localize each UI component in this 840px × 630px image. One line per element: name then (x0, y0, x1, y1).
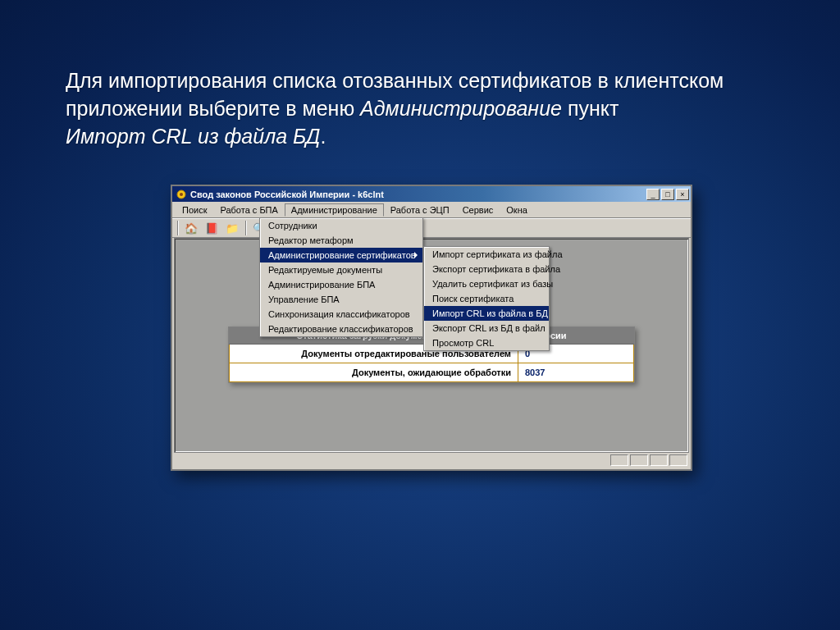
dd-item-cert-admin[interactable]: Администрирование сертификатов (260, 248, 422, 262)
menubar: Поиск Работа с БПА Администрирование Раб… (172, 202, 691, 218)
menu-item-emphasis: Импорт CRL из файла БД (66, 125, 320, 148)
stats-row2-label: Документы, ожидающие обработки (230, 363, 518, 381)
dd-label: Администрирование сертификатов (268, 250, 416, 260)
dd-label: Импорт CRL из файла в БД (432, 308, 548, 318)
dd-item-export-cert[interactable]: Экспорт сертификата в файла (424, 262, 549, 276)
window-controls: _ □ × (646, 189, 689, 200)
toolbar: 🏠 📕 📁 🔍 (172, 218, 691, 238)
dd-item-employees[interactable]: Сотрудники (260, 218, 422, 233)
dd-label: Редактор метаформ (268, 235, 354, 245)
window-title: Свод законов Российской Империи - k6clnt (190, 189, 646, 199)
stats-row-2: Документы, ожидающие обработки 8037 (229, 363, 634, 382)
dd-label: Администрирование БПА (268, 280, 375, 290)
close-button[interactable]: × (676, 189, 689, 200)
toolbar-separator (177, 221, 178, 235)
dd-label: Экспорт CRL из БД в файл (432, 323, 546, 333)
dd-label: Импорт сертификата из файла (432, 249, 563, 259)
dd-item-editable-docs[interactable]: Редактируемые документы (260, 262, 422, 277)
status-panel (650, 454, 668, 466)
slide-instruction-text: Для импортирования списка отозванных сер… (66, 67, 779, 150)
titlebar[interactable]: Свод законов Российской Империи - k6clnt… (172, 186, 691, 202)
dd-label: Сотрудники (268, 221, 317, 231)
home-icon: 🏠 (185, 222, 198, 235)
book-icon: 📕 (205, 222, 218, 235)
home-button[interactable]: 🏠 (182, 220, 200, 236)
tool-button-2[interactable]: 📕 (203, 220, 221, 236)
dd-label: Просмотр CRL (432, 338, 494, 348)
cert-submenu: Импорт сертификата из файла Экспорт серт… (423, 246, 550, 351)
dd-label: Поиск сертификата (432, 294, 514, 304)
menu-service[interactable]: Сервис (456, 203, 500, 217)
status-panel (610, 454, 628, 466)
admin-dropdown: Сотрудники Редактор метаформ Администрир… (259, 217, 423, 337)
dd-label: Редактирование классификаторов (268, 324, 413, 334)
dd-item-bpa-manage[interactable]: Управление БПА (260, 292, 422, 307)
stats-row2-value: 8037 (518, 363, 633, 381)
dd-label: Управление БПА (268, 294, 340, 304)
folder-icon: 📁 (226, 222, 239, 235)
app-icon (176, 189, 187, 200)
dd-item-import-crl[interactable]: Импорт CRL из файла в БД (424, 306, 549, 321)
maximize-button[interactable]: □ (661, 189, 674, 200)
minimize-button[interactable]: _ (646, 189, 660, 200)
dd-label: Удалить сертификат из базы (432, 279, 553, 289)
dd-label: Редактируемые документы (268, 265, 382, 275)
menu-admin[interactable]: Администрирование (285, 203, 384, 217)
status-panel (669, 454, 687, 466)
text-period: . (320, 125, 326, 148)
dd-item-delete-cert[interactable]: Удалить сертификат из базы (424, 276, 549, 291)
menu-windows[interactable]: Окна (500, 203, 534, 217)
dd-item-metaform-editor[interactable]: Редактор метаформ (260, 233, 422, 248)
statusbar (174, 453, 689, 468)
menu-bpa[interactable]: Работа с БПА (213, 203, 284, 217)
submenu-arrow-icon (414, 252, 418, 258)
tool-button-3[interactable]: 📁 (223, 220, 241, 236)
dd-label: Синхронизация классификаторов (268, 309, 410, 319)
toolbar-separator (245, 221, 246, 235)
status-panel (630, 454, 648, 466)
menu-ecp[interactable]: Работа с ЭЦП (384, 203, 456, 217)
dd-item-find-cert[interactable]: Поиск сертификата (424, 291, 549, 306)
dd-item-import-cert[interactable]: Импорт сертификата из файла (424, 247, 549, 262)
menu-name-emphasis: Администрирование (360, 97, 562, 120)
dd-item-sync-classifiers[interactable]: Синхронизация классификаторов (260, 307, 422, 322)
dd-item-bpa-admin[interactable]: Администрирование БПА (260, 277, 422, 292)
dd-label: Экспорт сертификата в файла (432, 264, 560, 274)
dd-item-edit-classifiers[interactable]: Редактирование классификаторов (260, 322, 422, 336)
dd-item-export-crl[interactable]: Экспорт CRL из БД в файл (424, 321, 549, 336)
svg-point-1 (180, 193, 183, 196)
text-part-2: пункт (562, 97, 619, 120)
menu-search[interactable]: Поиск (176, 203, 213, 217)
dd-item-view-crl[interactable]: Просмотр CRL (424, 336, 549, 350)
